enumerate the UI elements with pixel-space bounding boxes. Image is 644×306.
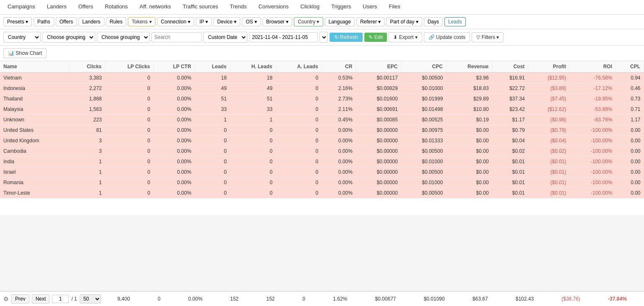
date-range-input[interactable] [249,32,318,42]
table-cell: 0.00% [322,125,356,136]
table-row[interactable]: Romania100.00%0000.00%$0.00000$0.01000$0… [0,177,644,188]
date-extra-select[interactable] [319,32,328,43]
table-cell: 18 [195,72,230,83]
table-cell: 0.00% [153,136,195,146]
table-cell: 0.00% [153,177,195,188]
tab-conversions[interactable]: Conversions [252,0,294,14]
col-header-roi[interactable]: ROI [570,61,616,72]
table-cell: $0.00000 [356,177,401,188]
col-header-cpl[interactable]: CPL [615,61,644,72]
table-cell: 51 [195,94,230,104]
table-cell: Timor-Leste [0,188,69,198]
filter-country[interactable]: Country ▾ [294,17,323,26]
table-row[interactable]: Thailand1,86800.00%515102.73%$0.01600$0.… [0,94,644,104]
table-cell: 1 [230,115,276,125]
table-cell: 0.00 [615,188,644,198]
filter-connection[interactable]: Connection ▾ [157,17,194,26]
tab-landers[interactable]: Landers [41,0,73,14]
tab-clicklog[interactable]: Clicklog [295,0,326,14]
table-cell: 0.00% [153,72,195,83]
col-header-profit[interactable]: Profit [528,61,570,72]
tab-offers[interactable]: Offers [73,0,99,14]
filter-days[interactable]: Days [424,17,443,26]
table-cell: 0 [276,115,322,125]
table-row[interactable]: United States8100.00%0000.00%$0.00000$0.… [0,125,644,136]
filter-presets[interactable]: Presets ▾ [3,17,32,26]
table-cell: -76.58% [570,72,616,83]
table-cell: Israel [0,167,69,177]
filter-referer[interactable]: Referer ▾ [356,17,384,26]
col-header-cost[interactable]: Cost [492,61,528,72]
tab-files[interactable]: Files [383,0,406,14]
table-cell: ($0.01) [528,167,570,177]
col-header-revenue[interactable]: Revenue [446,61,492,72]
tab-trends[interactable]: Trends [224,0,252,14]
tab-triggers[interactable]: Triggers [325,0,357,14]
filter-browser[interactable]: Browser ▾ [262,17,292,26]
col-header-lp-ctr[interactable]: LP CTR [153,61,195,72]
tab-rotations[interactable]: Rotations [99,0,134,14]
refresh-button[interactable]: ↻ Refresh [330,33,363,42]
table-cell: -100.00% [570,136,616,146]
table-cell: 0 [105,115,154,125]
filter-landers[interactable]: Landers [78,17,104,26]
table-row[interactable]: Indonesia2,27200.00%494902.16%$0.00829$0… [0,83,644,94]
table-row[interactable]: Timor-Leste100.00%0000.00%$0.00000$0.005… [0,188,644,198]
filter-device[interactable]: Device ▾ [213,17,240,26]
table-cell: $0.00000 [356,146,401,157]
filter-paths[interactable]: Paths [34,17,54,26]
data-table-container: Name Clicks LP Clicks LP CTR Leads H. Le… [0,61,644,215]
table-row[interactable]: Cambodia300.00%0000.00%$0.00000$0.00500$… [0,146,644,157]
filters-button[interactable]: ▽ Filters ▾ [472,32,504,42]
col-header-cr[interactable]: CR [322,61,356,72]
col-header-epc[interactable]: EPC [356,61,401,72]
tab-users[interactable]: Users [357,0,383,14]
table-cell: 0.00% [153,146,195,157]
col-header-leads[interactable]: Leads [195,61,230,72]
filter-tokens[interactable]: Tokens ▾ [128,17,155,26]
table-cell: Romania [0,177,69,188]
table-cell: 0.00% [322,136,356,146]
table-row[interactable]: Malaysia1,56300.00%333302.11%$0.00691$0.… [0,104,644,115]
filter-language[interactable]: Language [325,17,355,26]
export-button[interactable]: ⬇ Export ▾ [389,32,422,42]
filter-offers[interactable]: Offers [56,17,77,26]
table-cell: 0.00% [153,167,195,177]
table-row[interactable]: India100.00%0000.00%$0.00000$0.01000$0.0… [0,157,644,167]
table-row[interactable]: United Kingdom300.00%0000.00%$0.00000$0.… [0,136,644,146]
filter-leads[interactable]: Leads [444,17,466,26]
col-header-cpc[interactable]: CPC [401,61,447,72]
table-cell: 51 [230,94,276,104]
col-header-lp-clicks[interactable]: LP Clicks [105,61,154,72]
grouping-select-1[interactable]: Country Campaign Offer Lander [3,32,41,43]
filter-part-of-day[interactable]: Part of day ▾ [386,17,422,26]
edit-button[interactable]: ✎ Edit [364,33,387,42]
table-row[interactable]: Vietnam3,38300.00%181800.53%$0.00117$0.0… [0,72,644,83]
tab-aff-networks[interactable]: Aff. networks [134,0,177,14]
table-row[interactable]: Israel100.00%0000.00%$0.00000$0.00500$0.… [0,167,644,177]
update-costs-button[interactable]: 🔗 Update costs [424,32,470,42]
table-cell: $0.00500 [401,146,447,157]
filter-os[interactable]: OS ▾ [242,17,261,26]
show-chart-button[interactable]: 📊 Show Chart [3,48,47,58]
col-header-name[interactable]: Name [0,61,69,72]
date-range-select[interactable]: Custom Date Today Yesterday Last 7 days [203,32,247,43]
table-cell: ($0.02) [528,146,570,157]
col-header-h-leads[interactable]: H. Leads [230,61,276,72]
table-cell: 223 [69,115,105,125]
grouping-select-3[interactable]: Choose grouping Country Campaign [97,32,150,43]
table-row[interactable]: Unknown22300.00%1100.45%$0.00085$0.00525… [0,115,644,125]
filter-ip[interactable]: IP ▾ [196,17,212,26]
tab-campaigns[interactable]: Campaigns [2,0,41,14]
table-cell: Vietnam [0,72,69,83]
tab-traffic-sources[interactable]: Traffic sources [177,0,224,14]
table-cell: $0.01 [492,188,528,198]
search-input[interactable] [151,32,202,42]
grouping-select-2[interactable]: Choose grouping Country Campaign [42,32,95,43]
table-cell: 0 [195,157,230,167]
col-header-clicks[interactable]: Clicks [69,61,105,72]
filter-rules[interactable]: Rules [106,17,127,26]
table-cell: 0.45% [322,115,356,125]
col-header-a-leads[interactable]: A. Leads [276,61,322,72]
table-cell: 2.73% [322,94,356,104]
